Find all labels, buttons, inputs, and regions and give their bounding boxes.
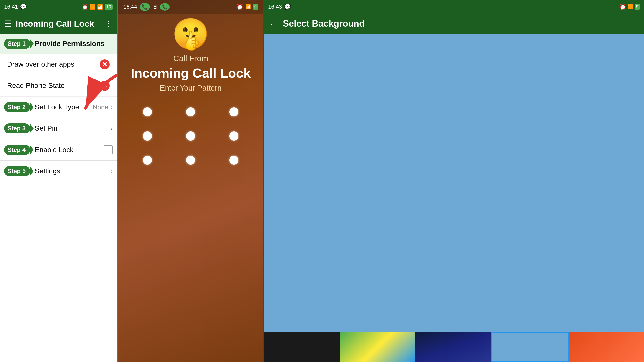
step2-chevron-icon: › <box>110 103 113 111</box>
app-title-1: Incoming Call Lock <box>16 19 100 29</box>
alarm2-icon: ⏰ <box>236 4 243 10</box>
step3-chevron-icon: › <box>110 124 113 132</box>
step3-label: Set Pin <box>35 124 110 132</box>
step2-badge: Step 2 <box>4 102 30 112</box>
step3-badge: Step 3 <box>4 123 30 133</box>
read-phone-denied-icon: ✕ <box>100 81 110 91</box>
step4-checkbox[interactable] <box>104 145 113 154</box>
signal-icon: 📶 <box>90 4 96 10</box>
pattern-dot-6[interactable] <box>229 131 238 141</box>
step5-badge: Step 5 <box>4 166 30 176</box>
screen2-content: 🤫 Call From Incoming Call Lock Enter You… <box>118 14 263 170</box>
bg-thumb-orange[interactable] <box>569 332 644 362</box>
call-from-label: Call From <box>173 54 208 63</box>
pattern-dot-2[interactable] <box>186 107 195 116</box>
voip-icon: 📞 <box>160 3 170 11</box>
screen2-panel: 16:44 📞 🖥 📞 ⏰ 📶 9 🤫 Call From Incoming C… <box>118 0 264 362</box>
step2-value: None <box>93 103 108 111</box>
select-bg-title: Select Background <box>283 18 365 29</box>
call-app-name: Incoming Call Lock <box>131 66 251 81</box>
signal3-icon: 📶 <box>628 4 633 10</box>
screen-icon: 🖥 <box>152 4 157 10</box>
step4-badge: Step 4 <box>4 145 30 155</box>
status-bar-3: 16:43 💬 ⏰ 📶 9 <box>264 0 644 14</box>
screen3-panel: 16:43 💬 ⏰ 📶 9 ← Select Background <box>264 0 644 362</box>
status-bar-2: 16:44 📞 🖥 📞 ⏰ 📶 9 <box>118 0 263 14</box>
chat3-icon: 💬 <box>284 4 291 10</box>
bg-thumb-blue[interactable] <box>491 332 568 362</box>
alarm3-icon: ⏰ <box>619 4 626 10</box>
battery-icon: 10 <box>105 4 113 10</box>
status-icons-1: ⏰ 📶 📶 10 <box>82 4 113 10</box>
chat-icon: 💬 <box>20 4 27 10</box>
status-time-3: 16:43 <box>268 4 282 10</box>
enter-pattern-label: Enter Your Pattern <box>160 84 221 92</box>
step3-row[interactable]: Step 3 Set Pin › <box>0 118 117 139</box>
status-left-3: 16:43 💬 <box>268 4 291 10</box>
step4-row[interactable]: Step 4 Enable Lock <box>0 139 117 161</box>
pattern-grid <box>118 102 263 170</box>
step2-row[interactable]: Step 2 Set Lock Type None › <box>0 97 117 118</box>
emoji-shushing: 🤫 <box>172 19 210 49</box>
step5-label: Settings <box>35 167 110 175</box>
app-bar-3: ← Select Background <box>264 14 644 34</box>
app-bar-1: ☰ Incoming Call Lock ⋮ <box>0 14 117 34</box>
screen1-panel: 16:41 💬 ⏰ 📶 📶 10 ☰ Incoming Call Lock ⋮ … <box>0 0 118 362</box>
pattern-dot-9[interactable] <box>229 156 238 165</box>
read-phone-label: Read Phone State <box>7 82 65 90</box>
more-options-icon[interactable]: ⋮ <box>104 19 113 29</box>
hamburger-icon[interactable]: ☰ <box>4 19 12 29</box>
pattern-dot-5[interactable] <box>186 131 195 141</box>
pattern-dot-3[interactable] <box>229 107 238 116</box>
alarm-icon: ⏰ <box>82 4 88 10</box>
status-time-2: 16:44 <box>123 4 137 10</box>
status-right-3: ⏰ 📶 9 <box>619 4 640 10</box>
status-time-1: 16:41 <box>4 4 18 10</box>
step1-badge: Step 1 <box>4 39 30 49</box>
step1-label: Provide Permissions <box>35 40 104 48</box>
step5-row[interactable]: Step 5 Settings › <box>0 161 117 182</box>
bg-thumb-gradient[interactable] <box>340 332 415 362</box>
signal2-icon: 📶 <box>245 4 251 10</box>
pattern-dot-4[interactable] <box>143 131 152 141</box>
read-phone-item[interactable]: Read Phone State ✕ <box>0 75 117 97</box>
wifi-icon: 📶 <box>97 4 103 10</box>
status-right-2: ⏰ 📶 9 <box>236 4 258 10</box>
status-time-area: 16:41 💬 <box>4 4 27 10</box>
phone-call-icon: 📞 <box>140 3 150 11</box>
back-icon[interactable]: ← <box>269 19 278 29</box>
pattern-dot-1[interactable] <box>143 107 152 116</box>
battery2-icon: 9 <box>253 4 258 10</box>
step2-label: Set Lock Type <box>35 103 93 111</box>
draw-over-label: Draw over other apps <box>7 60 74 68</box>
step1-row: Step 1 Provide Permissions <box>0 34 117 54</box>
draw-over-denied-icon: ✕ <box>100 59 110 69</box>
step5-chevron-icon: › <box>110 167 113 175</box>
step4-label: Enable Lock <box>35 146 104 154</box>
battery3-icon: 9 <box>635 4 640 10</box>
bg-thumb-dark[interactable] <box>264 332 340 362</box>
draw-over-item[interactable]: Draw over other apps ✕ <box>0 54 117 75</box>
background-thumbnails <box>264 332 644 362</box>
status-left-2: 16:44 📞 🖥 📞 <box>123 3 170 11</box>
status-bar-1: 16:41 💬 ⏰ 📶 📶 10 <box>0 0 117 14</box>
bg-thumb-night[interactable] <box>415 332 491 362</box>
pattern-dot-8[interactable] <box>186 156 195 165</box>
background-preview[interactable] <box>264 34 644 332</box>
pattern-dot-7[interactable] <box>143 156 152 165</box>
